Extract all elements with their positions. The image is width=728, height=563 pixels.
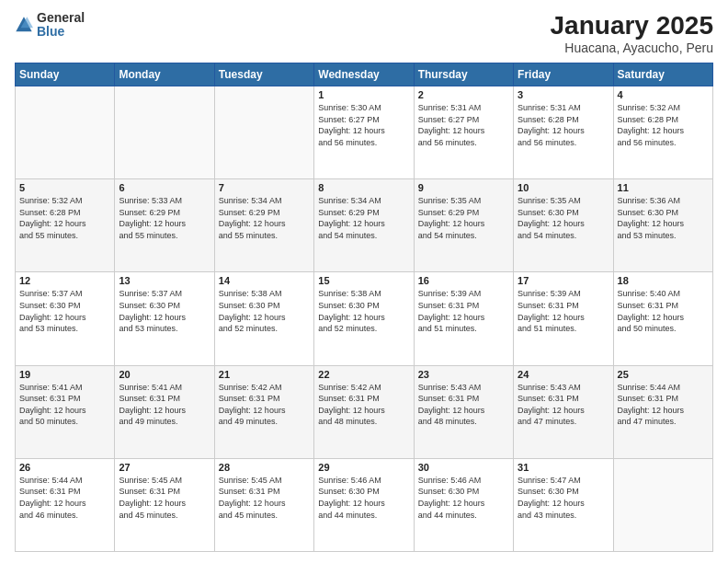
day-info: Sunrise: 5:35 AMSunset: 6:30 PMDaylight:… <box>518 195 609 241</box>
calendar-cell: 21Sunrise: 5:42 AMSunset: 6:31 PMDayligh… <box>214 365 313 458</box>
calendar-cell <box>613 458 712 551</box>
calendar-cell: 11Sunrise: 5:36 AMSunset: 6:30 PMDayligh… <box>613 179 712 272</box>
calendar-cell: 19Sunrise: 5:41 AMSunset: 6:31 PMDayligh… <box>16 365 115 458</box>
calendar-subtitle: Huacana, Ayacucho, Peru <box>551 40 713 55</box>
calendar-cell: 17Sunrise: 5:39 AMSunset: 6:31 PMDayligh… <box>514 272 613 365</box>
calendar-week-0: 1Sunrise: 5:30 AMSunset: 6:27 PMDaylight… <box>16 86 713 179</box>
day-number: 14 <box>219 275 310 286</box>
day-info: Sunrise: 5:43 AMSunset: 6:31 PMDaylight:… <box>518 382 609 428</box>
calendar-week-2: 12Sunrise: 5:37 AMSunset: 6:30 PMDayligh… <box>16 272 713 365</box>
day-info: Sunrise: 5:46 AMSunset: 6:30 PMDaylight:… <box>318 475 409 521</box>
day-number: 20 <box>119 369 210 380</box>
calendar-cell <box>16 86 115 179</box>
calendar-cell: 26Sunrise: 5:44 AMSunset: 6:31 PMDayligh… <box>16 458 115 551</box>
day-info: Sunrise: 5:43 AMSunset: 6:31 PMDaylight:… <box>418 382 509 428</box>
header-saturday: Saturday <box>613 63 712 86</box>
calendar-cell: 28Sunrise: 5:45 AMSunset: 6:31 PMDayligh… <box>214 458 313 551</box>
day-info: Sunrise: 5:39 AMSunset: 6:31 PMDaylight:… <box>518 288 609 334</box>
day-info: Sunrise: 5:32 AMSunset: 6:28 PMDaylight:… <box>618 102 709 148</box>
calendar-cell: 2Sunrise: 5:31 AMSunset: 6:27 PMDaylight… <box>414 86 513 179</box>
calendar-cell: 3Sunrise: 5:31 AMSunset: 6:28 PMDaylight… <box>514 86 613 179</box>
logo-text: General Blue <box>37 11 85 40</box>
day-info: Sunrise: 5:32 AMSunset: 6:28 PMDaylight:… <box>19 195 110 241</box>
calendar-cell: 1Sunrise: 5:30 AMSunset: 6:27 PMDaylight… <box>314 86 414 179</box>
page: General Blue January 2025 Huacana, Ayacu… <box>0 0 728 563</box>
day-number: 2 <box>418 89 509 100</box>
calendar-cell: 16Sunrise: 5:39 AMSunset: 6:31 PMDayligh… <box>414 272 513 365</box>
day-info: Sunrise: 5:41 AMSunset: 6:31 PMDaylight:… <box>119 382 210 428</box>
calendar-cell <box>115 86 214 179</box>
header-thursday: Thursday <box>414 63 513 86</box>
day-number: 22 <box>318 369 409 380</box>
day-number: 12 <box>19 275 110 286</box>
calendar-cell: 14Sunrise: 5:38 AMSunset: 6:30 PMDayligh… <box>214 272 313 365</box>
header-monday: Monday <box>115 63 214 86</box>
title-block: January 2025 Huacana, Ayacucho, Peru <box>551 11 713 55</box>
day-info: Sunrise: 5:36 AMSunset: 6:30 PMDaylight:… <box>618 195 709 241</box>
header-friday: Friday <box>514 63 613 86</box>
day-number: 27 <box>119 462 210 473</box>
day-number: 21 <box>219 369 310 380</box>
day-info: Sunrise: 5:31 AMSunset: 6:27 PMDaylight:… <box>418 102 509 148</box>
day-number: 1 <box>318 89 409 100</box>
weekday-header-row: Sunday Monday Tuesday Wednesday Thursday… <box>16 63 713 86</box>
day-info: Sunrise: 5:44 AMSunset: 6:31 PMDaylight:… <box>19 475 110 521</box>
calendar-cell: 7Sunrise: 5:34 AMSunset: 6:29 PMDaylight… <box>214 179 313 272</box>
day-number: 10 <box>518 182 609 193</box>
day-number: 5 <box>19 182 110 193</box>
calendar-cell: 20Sunrise: 5:41 AMSunset: 6:31 PMDayligh… <box>115 365 214 458</box>
day-info: Sunrise: 5:45 AMSunset: 6:31 PMDaylight:… <box>119 475 210 521</box>
day-info: Sunrise: 5:37 AMSunset: 6:30 PMDaylight:… <box>19 288 110 334</box>
logo: General Blue <box>15 11 85 40</box>
calendar-cell: 8Sunrise: 5:34 AMSunset: 6:29 PMDaylight… <box>314 179 414 272</box>
calendar-cell: 23Sunrise: 5:43 AMSunset: 6:31 PMDayligh… <box>414 365 513 458</box>
calendar-cell: 6Sunrise: 5:33 AMSunset: 6:29 PMDaylight… <box>115 179 214 272</box>
day-number: 18 <box>618 275 709 286</box>
day-info: Sunrise: 5:33 AMSunset: 6:29 PMDaylight:… <box>119 195 210 241</box>
day-info: Sunrise: 5:38 AMSunset: 6:30 PMDaylight:… <box>219 288 310 334</box>
calendar-cell: 12Sunrise: 5:37 AMSunset: 6:30 PMDayligh… <box>16 272 115 365</box>
calendar-cell: 22Sunrise: 5:42 AMSunset: 6:31 PMDayligh… <box>314 365 414 458</box>
day-info: Sunrise: 5:34 AMSunset: 6:29 PMDaylight:… <box>219 195 310 241</box>
day-info: Sunrise: 5:31 AMSunset: 6:28 PMDaylight:… <box>518 102 609 148</box>
day-number: 7 <box>219 182 310 193</box>
calendar-cell <box>214 86 313 179</box>
day-info: Sunrise: 5:47 AMSunset: 6:30 PMDaylight:… <box>518 475 609 521</box>
calendar-cell: 27Sunrise: 5:45 AMSunset: 6:31 PMDayligh… <box>115 458 214 551</box>
calendar-cell: 30Sunrise: 5:46 AMSunset: 6:30 PMDayligh… <box>414 458 513 551</box>
calendar-cell: 5Sunrise: 5:32 AMSunset: 6:28 PMDaylight… <box>16 179 115 272</box>
day-info: Sunrise: 5:30 AMSunset: 6:27 PMDaylight:… <box>318 102 409 148</box>
calendar-cell: 25Sunrise: 5:44 AMSunset: 6:31 PMDayligh… <box>613 365 712 458</box>
calendar-cell: 15Sunrise: 5:38 AMSunset: 6:30 PMDayligh… <box>314 272 414 365</box>
header-sunday: Sunday <box>16 63 115 86</box>
day-info: Sunrise: 5:45 AMSunset: 6:31 PMDaylight:… <box>219 475 310 521</box>
day-number: 30 <box>418 462 509 473</box>
day-info: Sunrise: 5:37 AMSunset: 6:30 PMDaylight:… <box>119 288 210 334</box>
calendar-cell: 13Sunrise: 5:37 AMSunset: 6:30 PMDayligh… <box>115 272 214 365</box>
day-number: 16 <box>418 275 509 286</box>
day-number: 26 <box>19 462 110 473</box>
day-number: 24 <box>518 369 609 380</box>
calendar-title: January 2025 <box>551 11 713 40</box>
day-info: Sunrise: 5:46 AMSunset: 6:30 PMDaylight:… <box>418 475 509 521</box>
header: General Blue January 2025 Huacana, Ayacu… <box>15 11 713 55</box>
logo-icon <box>15 16 33 34</box>
day-info: Sunrise: 5:39 AMSunset: 6:31 PMDaylight:… <box>418 288 509 334</box>
day-info: Sunrise: 5:38 AMSunset: 6:30 PMDaylight:… <box>318 288 409 334</box>
day-number: 3 <box>518 89 609 100</box>
header-tuesday: Tuesday <box>214 63 313 86</box>
calendar-cell: 9Sunrise: 5:35 AMSunset: 6:29 PMDaylight… <box>414 179 513 272</box>
day-info: Sunrise: 5:44 AMSunset: 6:31 PMDaylight:… <box>618 382 709 428</box>
day-number: 17 <box>518 275 609 286</box>
header-wednesday: Wednesday <box>314 63 414 86</box>
day-number: 23 <box>418 369 509 380</box>
day-info: Sunrise: 5:34 AMSunset: 6:29 PMDaylight:… <box>318 195 409 241</box>
calendar-cell: 10Sunrise: 5:35 AMSunset: 6:30 PMDayligh… <box>514 179 613 272</box>
logo-general-text: General <box>37 11 85 25</box>
day-number: 19 <box>19 369 110 380</box>
calendar-cell: 4Sunrise: 5:32 AMSunset: 6:28 PMDaylight… <box>613 86 712 179</box>
calendar-table: Sunday Monday Tuesday Wednesday Thursday… <box>15 63 713 552</box>
day-number: 9 <box>418 182 509 193</box>
day-info: Sunrise: 5:42 AMSunset: 6:31 PMDaylight:… <box>219 382 310 428</box>
day-number: 11 <box>618 182 709 193</box>
